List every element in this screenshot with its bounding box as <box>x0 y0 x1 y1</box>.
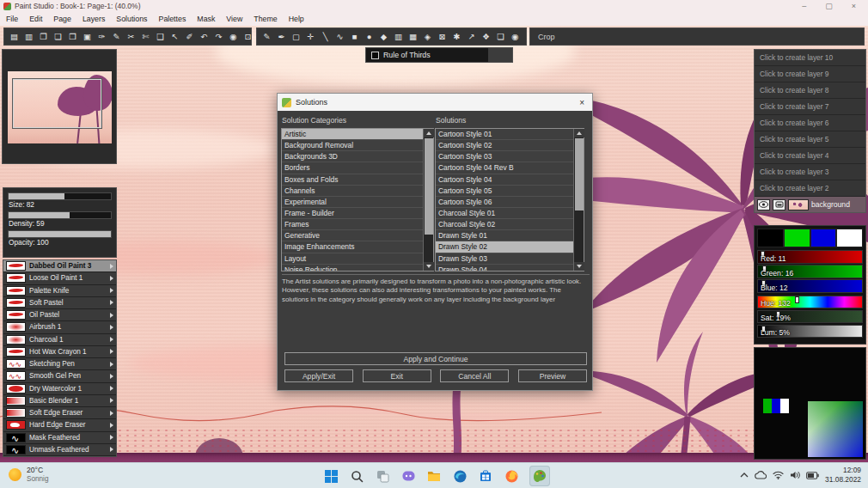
snip-icon[interactable]: ✄ <box>140 28 151 45</box>
move-icon[interactable]: ✛ <box>305 28 316 45</box>
category-item[interactable]: Background Removal <box>282 140 423 151</box>
color-slider-bar[interactable]: Blue: 12 <box>757 279 863 293</box>
paste-page-icon[interactable]: ❒ <box>67 28 78 45</box>
clipboard-icon[interactable]: ❑ <box>155 28 166 45</box>
dialog-close-button[interactable]: × <box>579 98 592 107</box>
color-slider-bar[interactable]: Sat: 19% <box>757 310 863 324</box>
undo-icon[interactable]: ↶ <box>199 28 210 45</box>
brush-item[interactable]: Mask Feathered <box>3 432 116 444</box>
expand-arrow-icon[interactable] <box>110 264 113 269</box>
layer-placeholder[interactable]: Click to create layer 5 <box>755 131 865 148</box>
curve-icon[interactable]: ∿ <box>334 28 345 45</box>
gradient-icon[interactable]: ▥ <box>393 28 404 45</box>
color-slider[interactable]: Green: 16 <box>757 265 863 278</box>
menu-item[interactable]: Help <box>289 15 304 23</box>
background-layer-row[interactable]: background <box>755 197 865 212</box>
dialog-button[interactable]: Apply/Exit <box>284 369 353 382</box>
recent-color-white[interactable] <box>780 399 789 413</box>
color-gradient-field[interactable] <box>808 401 863 457</box>
script-pen-icon[interactable]: ✑ <box>96 28 107 45</box>
spray-icon[interactable]: ✱ <box>451 28 462 45</box>
slider-track[interactable] <box>8 230 112 238</box>
expand-arrow-icon[interactable] <box>110 288 113 293</box>
pencil-icon[interactable]: ✎ <box>261 28 272 45</box>
category-item[interactable]: Boxes and Folds <box>282 174 423 186</box>
recent-colors[interactable] <box>763 399 789 413</box>
new-page-icon[interactable]: ❐ <box>38 28 49 45</box>
pen-icon[interactable]: ✒ <box>276 28 287 45</box>
onedrive-cloud-icon[interactable] <box>755 471 767 479</box>
brush-item[interactable]: Smooth Gel Pen <box>3 370 116 382</box>
menu-item[interactable]: Page <box>53 15 71 23</box>
menu-item[interactable]: Solutions <box>116 15 147 23</box>
brush-item[interactable]: Dry Watercolor 1 <box>3 383 116 395</box>
weather-widget[interactable]: 20°C Sonnig <box>9 466 49 484</box>
expand-arrow-icon[interactable] <box>110 447 113 452</box>
category-item[interactable]: Frame - Builder <box>282 208 423 219</box>
category-item[interactable]: Image Enhancements <box>282 241 423 253</box>
brush-item[interactable]: Charcoal 1 <box>3 334 116 346</box>
expand-arrow-icon[interactable] <box>110 398 113 403</box>
layer-visibility-button[interactable] <box>757 199 770 210</box>
solution-item[interactable]: Charcoal Style 01 <box>436 208 573 219</box>
solution-item[interactable]: Charcoal Style 02 <box>436 219 573 230</box>
brush-item[interactable]: Basic Blender 1 <box>3 395 116 407</box>
slider-handle[interactable] <box>795 296 799 303</box>
category-item[interactable]: Noise Reduction <box>282 265 423 271</box>
line-icon[interactable]: ╲ <box>320 28 331 45</box>
category-item[interactable]: Frames <box>282 219 423 230</box>
recent-color-blue[interactable] <box>772 399 780 413</box>
layer-placeholder[interactable]: Click to create layer 6 <box>755 115 865 131</box>
categories-scrollbar[interactable] <box>423 129 433 271</box>
swatch-green[interactable] <box>784 229 810 247</box>
copy-page-icon[interactable]: ❏ <box>52 28 64 45</box>
swatch-blue[interactable] <box>810 229 837 247</box>
redo-icon[interactable]: ↷ <box>213 28 224 45</box>
solution-item[interactable]: Cartoon Style 03 <box>436 151 573 162</box>
apply-and-continue-button[interactable]: Apply and Continue <box>284 352 587 365</box>
canvas[interactable]: ▤▥❐❏❒▣✑✎✂✄❑↖✐↶↷◉⊡◎ ✎✒▢✛╲∿■●◆▥▦◈⊠✱↗❖❏◉ Cr… <box>0 26 868 462</box>
brush-item[interactable]: Airbrush 1 <box>3 321 116 333</box>
target-icon[interactable]: ◉ <box>510 28 521 45</box>
category-item[interactable]: Channels <box>282 186 423 197</box>
layer-placeholder[interactable]: Click to create layer 4 <box>755 148 865 164</box>
expand-arrow-icon[interactable] <box>110 276 113 281</box>
close-button[interactable]: × <box>852 2 856 10</box>
expand-arrow-icon[interactable] <box>110 337 113 342</box>
zoom-frame-icon[interactable]: ⊡ <box>242 28 254 45</box>
color-slider-bar[interactable]: Red: 11 <box>757 250 863 264</box>
menu-item[interactable]: View <box>226 15 242 23</box>
start-button[interactable] <box>323 468 339 484</box>
solution-item[interactable]: Drawn Style 01 <box>436 230 573 241</box>
expand-arrow-icon[interactable] <box>110 386 113 391</box>
pick-arrow-icon[interactable]: ↖ <box>169 28 180 45</box>
menu-item[interactable]: Layers <box>83 15 105 23</box>
ellipse-fill-icon[interactable]: ● <box>364 28 375 45</box>
swatch-white[interactable] <box>836 229 863 247</box>
task-view-icon[interactable] <box>375 468 390 484</box>
category-item[interactable]: Generative <box>282 230 423 241</box>
solution-item[interactable]: Drawn Style 02 <box>436 241 573 253</box>
brush-slider[interactable]: Size: 82 <box>8 192 112 210</box>
menu-item[interactable]: Theme <box>254 15 277 23</box>
scroll-down-icon[interactable] <box>424 262 434 271</box>
rect-fill-icon[interactable]: ■ <box>349 28 360 45</box>
solution-item[interactable]: Cartoon Style 01 <box>436 129 573 140</box>
layer-lock-button[interactable] <box>773 199 785 210</box>
edge-icon[interactable] <box>452 468 468 484</box>
color-slider[interactable]: Hue: 132 <box>757 296 863 309</box>
slider-track[interactable] <box>8 211 112 219</box>
dialog-button[interactable]: Cancel All <box>440 369 509 382</box>
navigator-view-rect[interactable] <box>13 79 101 128</box>
solution-item[interactable]: Cartoon Style 04 <box>436 174 573 186</box>
search-icon[interactable] <box>349 468 364 484</box>
brush-item[interactable]: Sketching Pen <box>3 358 116 370</box>
solution-item[interactable]: Cartoon Style 06 <box>436 197 573 208</box>
expand-arrow-icon[interactable] <box>110 423 113 428</box>
expand-arrow-icon[interactable] <box>110 374 113 379</box>
layer-placeholder[interactable]: Click to create layer 8 <box>755 82 865 99</box>
brush-slider[interactable]: Density: 59 <box>8 211 112 229</box>
expand-arrow-icon[interactable] <box>110 411 113 416</box>
layer-placeholder[interactable]: Click to create layer 2 <box>755 180 865 197</box>
color-slider[interactable]: Lum: 5% <box>757 325 863 339</box>
